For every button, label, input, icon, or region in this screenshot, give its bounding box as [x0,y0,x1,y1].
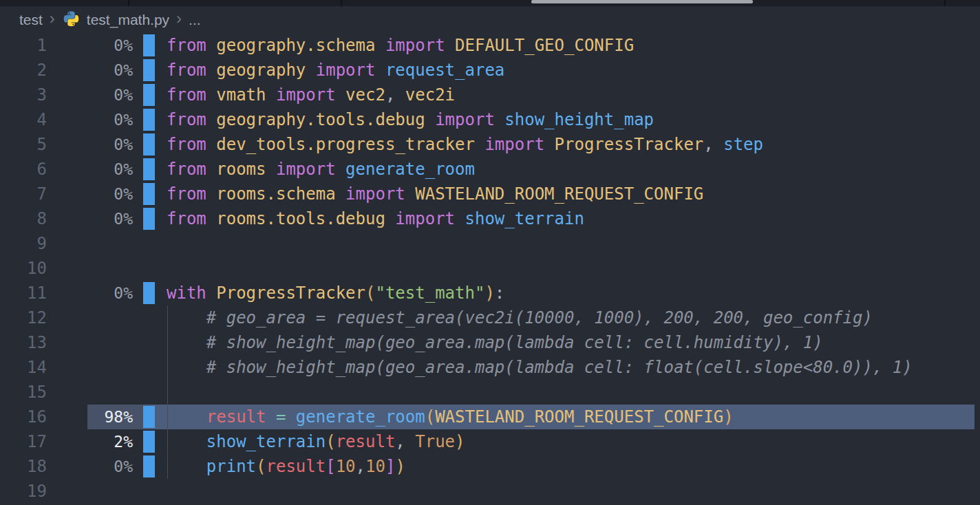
token: 10 [365,457,385,476]
code-text[interactable]: # show_height_map(geo_area.map(lambda ce… [167,330,823,355]
token [425,110,435,129]
code-text[interactable]: from rooms.tools.debug import show_terra… [167,206,584,231]
code-text[interactable]: from geography.schema import DEFAULT_GEO… [167,33,634,58]
line-number[interactable]: 5 [0,132,47,157]
line-number[interactable]: 17 [0,429,47,454]
token: # show_height_map(geo_area.map(lambda ce… [206,358,913,377]
code-row-7[interactable]: 70%from rooms.schema import WASTELAND_RO… [0,182,980,206]
token: dev_tools.progress_tracker [216,135,475,154]
code-row-15[interactable]: 15 [0,380,980,405]
gutter [143,256,155,281]
code-text[interactable]: from geography import request_area [167,58,504,83]
line-number[interactable]: 11 [0,281,47,305]
token [206,184,216,204]
gutter [143,58,155,83]
code-row-11[interactable]: 110%with ProgressTracker("test_math"): [0,281,980,305]
code-text[interactable]: from dev_tools.progress_tracker import P… [167,132,763,157]
gutter-profile-bar [143,59,155,81]
line-number[interactable]: 14 [0,355,47,380]
code-row-16[interactable]: 1698% result = generate_room(WASTELAND_R… [0,405,980,429]
code-text[interactable]: print(result[10,10]) [167,454,405,479]
token: show_terrain [465,209,584,228]
code-row-6[interactable]: 60%from rooms import generate_room [0,157,980,182]
line-number[interactable]: 13 [0,330,47,355]
token: import [345,184,405,204]
line-number[interactable]: 7 [0,182,47,206]
token: # geo_area = request_area(vec2i(10000, 1… [206,308,873,327]
profile-percent [47,256,133,281]
code-row-9[interactable]: 9 [0,231,980,256]
gutter-profile-bar [143,183,155,205]
token [266,407,276,427]
token: step [723,135,763,154]
code-row-8[interactable]: 80%from rooms.tools.debug import show_te… [0,206,980,231]
code-text[interactable]: with ProgressTracker("test_math"): [167,281,504,305]
profile-percent [47,305,133,330]
gutter [143,330,155,355]
gutter-profile-bar [143,282,155,304]
line-number[interactable]: 16 [0,405,47,429]
token: : [495,283,504,303]
token [206,283,216,303]
code-row-13[interactable]: 13 # show_height_map(geo_area.map(lambda… [0,330,980,355]
line-number[interactable]: 4 [0,107,47,132]
token: from [167,85,206,105]
line-number[interactable]: 1 [0,33,47,58]
breadcrumb: test › test_math.py › ... [0,6,980,33]
code-row-17[interactable]: 172% show_terrain(result, True) [0,429,980,454]
token: [ [326,457,335,476]
code-text[interactable]: from vmath import vec2, vec2i [167,83,455,107]
line-number[interactable]: 15 [0,380,47,405]
code-row-14[interactable]: 14 # show_height_map(geo_area.map(lambda… [0,355,980,380]
token: from [167,160,206,179]
code-row-10[interactable]: 10 [0,256,980,281]
token [206,61,216,80]
line-number[interactable]: 3 [0,83,47,107]
gutter-profile-bar [143,34,155,56]
code-row-19[interactable]: 19 [0,479,980,504]
code-row-5[interactable]: 50%from dev_tools.progress_tracker impor… [0,132,980,157]
token: from [167,36,206,55]
breadcrumb-folder[interactable]: test [19,12,43,28]
line-number[interactable]: 8 [0,206,47,231]
breadcrumb-symbol-ellipsis[interactable]: ... [189,12,201,28]
line-number[interactable]: 12 [0,305,47,330]
line-number[interactable]: 2 [0,58,47,83]
profile-percent: 0% [47,281,133,305]
line-number[interactable]: 10 [0,256,47,281]
token: ) [484,283,494,303]
code-text[interactable]: # show_height_map(geo_area.map(lambda ce… [167,355,913,380]
gutter [143,281,155,305]
tab-divider [128,0,129,6]
gutter [143,206,155,231]
code-row-1[interactable]: 10%from geography.schema import DEFAULT_… [0,33,980,58]
code-text[interactable]: # geo_area = request_area(vec2i(10000, 1… [167,305,873,330]
token: result [266,457,326,476]
token: True [415,432,455,451]
code-text[interactable]: result = generate_room(WASTELAND_ROOM_RE… [167,405,734,429]
profile-percent: 98% [47,405,133,429]
breadcrumb-file[interactable]: test_math.py [87,12,169,28]
code-row-3[interactable]: 30%from vmath import vec2, vec2i [0,83,980,107]
gutter [143,33,155,58]
line-number[interactable]: 6 [0,157,47,182]
code-row-18[interactable]: 180% print(result[10,10]) [0,454,980,479]
line-number[interactable]: 9 [0,231,47,256]
token: with [167,283,206,303]
token [336,160,345,179]
token: import [276,160,336,179]
line-number[interactable]: 19 [0,479,47,504]
code-row-12[interactable]: 12 # geo_area = request_area(vec2i(10000… [0,305,980,330]
profile-percent: 0% [47,132,133,157]
profile-percent: 2% [47,429,133,454]
code-text[interactable]: from rooms.schema import WASTELAND_ROOM_… [167,182,703,206]
line-number[interactable]: 18 [0,454,47,479]
code-row-4[interactable]: 40%from geography.tools.debug import sho… [0,107,980,132]
code-text[interactable]: from rooms import generate_room [167,157,475,182]
code-row-2[interactable]: 20%from geography import request_area [0,58,980,83]
code-text[interactable]: show_terrain(result, True) [167,429,465,454]
token: import [395,209,455,228]
token [206,160,216,179]
code-text[interactable]: from geography.tools.debug import show_h… [167,107,654,132]
tab-scrollbar-thumb[interactable] [531,0,753,3]
